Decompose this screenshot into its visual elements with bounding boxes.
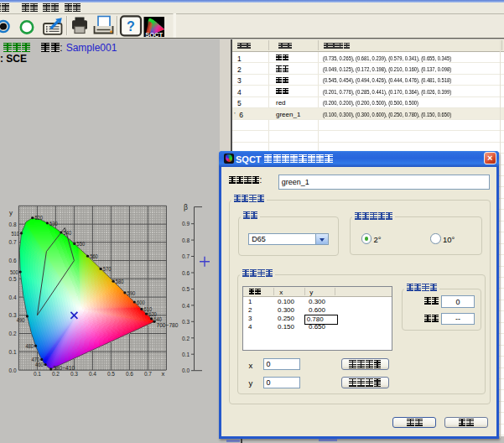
svg-text:0.8: 0.8 bbox=[182, 237, 190, 244]
svg-text:0.2: 0.2 bbox=[52, 370, 60, 378]
svg-text:570: 570 bbox=[103, 265, 112, 273]
svg-text:0.2: 0.2 bbox=[182, 335, 190, 342]
svg-text:0.6: 0.6 bbox=[126, 370, 133, 378]
svg-text:510: 510 bbox=[11, 230, 19, 237]
svg-text:0.9: 0.9 bbox=[182, 220, 190, 227]
svg-text:β: β bbox=[184, 203, 188, 211]
svg-text:0.0: 0.0 bbox=[182, 367, 190, 374]
svg-text:590: 590 bbox=[127, 289, 136, 297]
svg-text:580: 580 bbox=[116, 278, 124, 285]
svg-text:0.2: 0.2 bbox=[9, 330, 17, 337]
svg-text:0.7: 0.7 bbox=[144, 370, 152, 378]
svg-text:700~780: 700~780 bbox=[157, 321, 179, 329]
svg-text:530: 530 bbox=[49, 220, 58, 227]
svg-text:0.3: 0.3 bbox=[182, 318, 190, 326]
svg-text:SQCT: SQCT bbox=[145, 32, 164, 38]
svg-text:0.1: 0.1 bbox=[34, 370, 41, 378]
svg-text:y: y bbox=[9, 209, 13, 216]
svg-text:0.4: 0.4 bbox=[89, 370, 96, 378]
svg-text:0.7: 0.7 bbox=[182, 253, 190, 260]
svg-text:0.5: 0.5 bbox=[182, 285, 190, 293]
svg-text:560: 560 bbox=[90, 253, 98, 260]
svg-text:0.0: 0.0 bbox=[9, 367, 17, 374]
svg-text:550: 550 bbox=[77, 240, 86, 248]
svg-text:0.4: 0.4 bbox=[182, 302, 190, 310]
svg-text:0.3: 0.3 bbox=[9, 311, 17, 319]
svg-text:0.7: 0.7 bbox=[9, 238, 17, 246]
svg-text:0.6: 0.6 bbox=[9, 257, 17, 264]
svg-text:540: 540 bbox=[64, 229, 72, 237]
svg-text:0.3: 0.3 bbox=[70, 370, 78, 378]
svg-text:0.5: 0.5 bbox=[9, 275, 17, 283]
svg-text:460: 460 bbox=[35, 361, 44, 368]
svg-text:x: x bbox=[162, 370, 165, 378]
svg-text:0.6: 0.6 bbox=[182, 269, 190, 277]
svg-text:0.4: 0.4 bbox=[9, 294, 17, 301]
svg-text:?: ? bbox=[127, 19, 135, 34]
svg-text:490: 490 bbox=[17, 316, 25, 324]
svg-text:520: 520 bbox=[34, 214, 43, 222]
svg-text:0.8: 0.8 bbox=[9, 221, 17, 228]
svg-text:0.5: 0.5 bbox=[107, 370, 115, 378]
svg-text:0.1: 0.1 bbox=[182, 351, 190, 358]
svg-text:480: 480 bbox=[25, 342, 34, 350]
svg-text:0.1: 0.1 bbox=[9, 348, 17, 356]
